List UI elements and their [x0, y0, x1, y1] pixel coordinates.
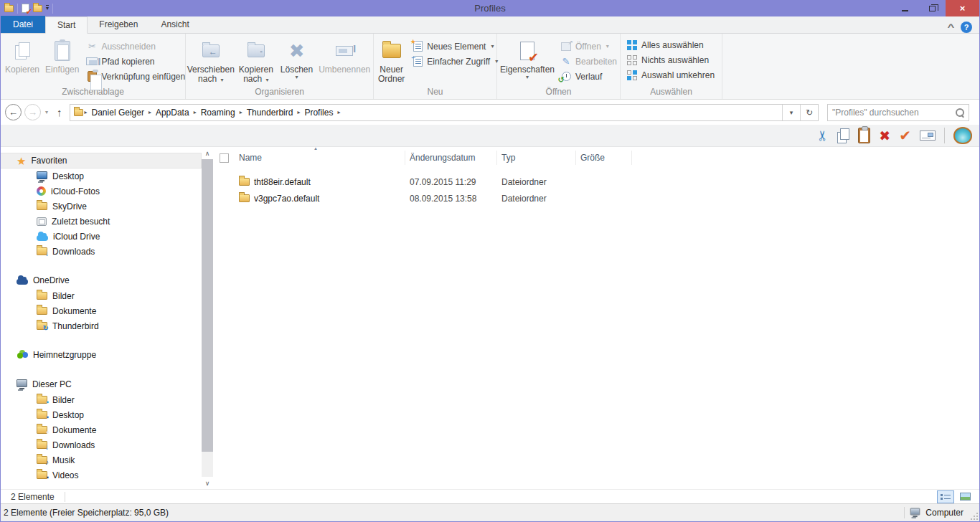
toolbar-copy-icon[interactable] [837, 128, 849, 143]
move-to-button[interactable]: ← Verschieben nach ▾ [187, 36, 235, 86]
sidebar-section-homegroup[interactable]: Heimnetzgruppe [1, 347, 202, 363]
search-input[interactable] [832, 108, 955, 118]
select-all-checkbox-cell[interactable] [213, 151, 235, 165]
classic-shell-icon[interactable] [953, 127, 972, 144]
breadcrumb-item-user[interactable]: Daniel Geiger [89, 108, 147, 118]
sidebar-item-pc-bilder[interactable]: ▪ Bilder [1, 392, 202, 407]
classic-status-bar: 2 Elemente (Freier Speicherplatz: 95,0 G… [1, 503, 979, 521]
sidebar-section-favorites[interactable]: ★ Favoriten [1, 153, 202, 169]
sidebar-item-onedrive-dokumente[interactable]: Dokumente [1, 303, 202, 318]
tab-start[interactable]: Start [45, 16, 88, 34]
select-all-button[interactable]: Alles auswählen [622, 37, 719, 52]
downloads-folder-icon: ↓ [37, 441, 47, 449]
up-button[interactable]: ↑ [52, 106, 67, 118]
scroll-up-icon[interactable]: ∧ [202, 147, 213, 159]
sidebar-item-icloud-drive[interactable]: iCloud Drive [1, 229, 202, 244]
new-folder-quick-icon[interactable] [33, 5, 42, 12]
toolbar-properties-icon[interactable]: ✔ [899, 128, 911, 143]
scrollbar-thumb[interactable] [202, 159, 213, 452]
new-item-button[interactable]: ★ Neues Element ▾ [407, 39, 502, 54]
invert-selection-button[interactable]: Auswahl umkehren [622, 67, 719, 82]
crumb-separator-icon[interactable]: ▸ [336, 109, 341, 115]
new-folder-button[interactable]: Neuer Ordner [375, 36, 407, 85]
document-icon: ▪ [46, 429, 49, 436]
sidebar-item-icloud-fotos[interactable]: iCloud-Fotos [1, 184, 202, 199]
sidebar-item-pc-desktop[interactable]: ▪ Desktop [1, 407, 202, 422]
delete-button[interactable]: ✖ Löschen ▾ [278, 36, 316, 82]
recent-locations-dropdown-icon[interactable]: ▾ [44, 109, 50, 115]
sidebar-item-pc-dokumente[interactable]: ▪ Dokumente [1, 422, 202, 437]
toolbar-paste-icon[interactable] [858, 128, 870, 143]
paste-button[interactable]: Einfügen [42, 36, 82, 76]
breadcrumb-item-roaming[interactable]: Roaming [198, 108, 238, 118]
close-button[interactable]: × [946, 0, 979, 16]
breadcrumb-item-appdata[interactable]: AppData [153, 108, 192, 118]
breadcrumb-item-thunderbird[interactable]: Thunderbird [244, 108, 296, 118]
back-button[interactable]: ← [5, 104, 22, 120]
restore-button[interactable] [918, 0, 946, 16]
file-date: 08.09.2015 13:58 [405, 194, 497, 204]
tab-view[interactable]: Ansicht [149, 16, 200, 33]
properties-quick-icon[interactable]: ✔ [22, 4, 29, 13]
rename-button[interactable]: Umbenennen [317, 36, 372, 76]
sidebar-item-recent[interactable]: Zuletzt besucht [1, 214, 202, 229]
address-bar[interactable]: ▸ Daniel Geiger ▸ AppData ▸ Roaming ▸ Th… [70, 104, 819, 121]
crumb-separator-icon[interactable]: ▸ [147, 109, 153, 115]
sidebar-item-downloads[interactable]: ↓ Downloads [1, 244, 202, 259]
ribbon: Kopieren Einfügen ✂ Ausschneiden Pfad ko… [1, 34, 979, 100]
toolbar-email-icon[interactable] [920, 130, 936, 141]
sidebar-item-pc-downloads[interactable]: ↓ Downloads [1, 437, 202, 452]
qat-customize-dropdown-icon[interactable]: ▾ [46, 5, 49, 11]
breadcrumb-item-profiles[interactable]: Profiles [301, 108, 336, 118]
sidebar-item-onedrive-thunderbird[interactable]: ↻ Thunderbird [1, 318, 202, 333]
copy-path-button[interactable]: Pfad kopieren [82, 54, 189, 69]
refresh-button[interactable]: ↻ [800, 105, 818, 120]
sidebar-section-onedrive[interactable]: OneDrive [1, 272, 202, 288]
sidebar-item-onedrive-bilder[interactable]: Bilder [1, 288, 202, 303]
collapse-ribbon-icon[interactable]: ^ [948, 22, 955, 32]
sidebar-scrollbar[interactable]: ∧ ∨ [202, 147, 213, 489]
sidebar-item-label: Desktop [52, 410, 84, 420]
edit-button[interactable]: ✎ Bearbeiten [556, 54, 621, 69]
copy-button[interactable]: Kopieren [2, 36, 42, 76]
sidebar-item-pc-musik[interactable]: ♪ Musik [1, 452, 202, 468]
properties-button[interactable]: ✔ Eigenschaften ▾ [499, 36, 556, 82]
file-row-v3gpc7ao[interactable]: v3gpc7ao.default 08.09.2015 13:58 Dateio… [213, 191, 979, 206]
sidebar-section-this-pc[interactable]: Dieser PC [1, 376, 202, 392]
minimize-button[interactable] [891, 0, 918, 16]
column-header-name[interactable]: Name ▲ [235, 151, 405, 165]
toolbar-cut-icon[interactable]: ✂ [816, 130, 830, 141]
paste-shortcut-button[interactable]: Verknüpfung einfügen [82, 69, 189, 84]
file-row-tht88eir[interactable]: tht88eir.default 07.09.2015 11:29 Dateio… [213, 174, 979, 189]
crumb-separator-icon[interactable]: ▸ [238, 109, 244, 115]
crumb-separator-icon[interactable]: ▸ [296, 109, 301, 115]
search-box[interactable] [827, 104, 969, 121]
column-header-date[interactable]: Änderungsdatum [405, 151, 497, 165]
resize-grip[interactable] [969, 511, 978, 520]
forward-button[interactable]: → [24, 104, 41, 120]
sidebar-item-pc-videos[interactable]: ▪ Videos [1, 468, 202, 483]
column-header-type[interactable]: Typ [497, 151, 576, 165]
copy-to-button[interactable]: ▫ Kopieren nach ▾ [236, 36, 276, 86]
column-header-size[interactable]: Größe [576, 151, 632, 165]
header-checkbox[interactable] [220, 153, 229, 163]
sidebar-item-skydrive[interactable]: SkyDrive [1, 199, 202, 214]
thumbnails-view-button[interactable] [956, 490, 974, 503]
cut-button[interactable]: ✂ Ausschneiden [82, 39, 189, 54]
arrow-icon: ← [209, 47, 217, 56]
scrollbar-track[interactable] [202, 159, 213, 477]
sidebar-item-desktop[interactable]: Desktop [1, 169, 202, 184]
tab-share[interactable]: Freigeben [88, 16, 149, 33]
select-none-button[interactable]: Nichts auswählen [622, 52, 719, 67]
details-view-button[interactable] [937, 490, 954, 503]
help-icon[interactable]: ? [961, 22, 972, 33]
history-button[interactable]: Verlauf [556, 69, 621, 84]
search-icon[interactable] [955, 108, 964, 117]
scroll-down-icon[interactable]: ∨ [202, 477, 213, 489]
address-dropdown-button[interactable]: ▾ [782, 105, 800, 120]
tab-file[interactable]: Datei [1, 16, 45, 33]
easy-access-button[interactable]: ← Einfacher Zugriff ▾ [407, 54, 502, 69]
open-button[interactable]: Öffnen ▾ [556, 39, 621, 54]
crumb-separator-icon[interactable]: ▸ [192, 109, 198, 115]
toolbar-delete-icon[interactable]: ✖ [879, 129, 890, 143]
